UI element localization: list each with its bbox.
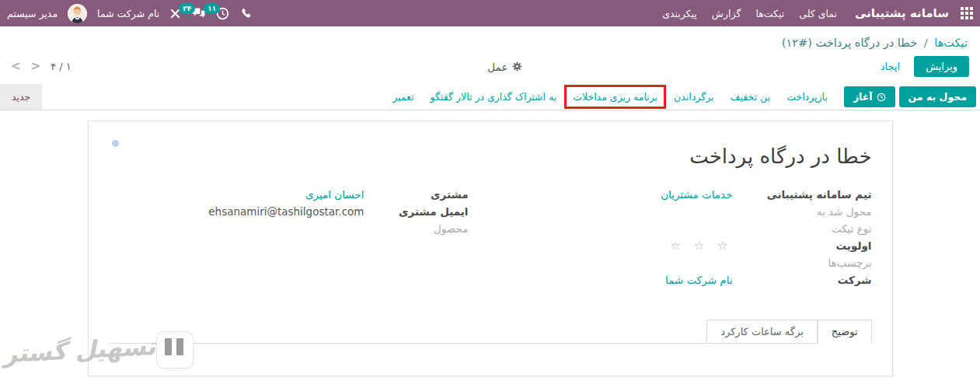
field-groups: تیم سامانه پشتیبانی خدمات مشتریان محول ش… <box>109 188 872 287</box>
team-link[interactable]: خدمات مشتریان <box>661 188 732 201</box>
field-value-team: خدمات مشتریان <box>512 188 733 201</box>
company-switcher[interactable]: نام شرکت شما <box>97 8 159 19</box>
refund-button[interactable]: بازپرداخت <box>786 91 828 103</box>
field-label-assigned-to: محول شد به <box>752 205 872 218</box>
breadcrumb-separator: / <box>924 37 928 49</box>
activity-badge: ۱۱ <box>204 3 220 14</box>
stage-new[interactable]: جدید <box>0 84 42 110</box>
field-label-ticket-type: نوع تیکت <box>752 222 872 236</box>
start-timer-label: آغاز <box>853 91 873 103</box>
pager-next-icon[interactable]: > <box>31 61 41 72</box>
timer-clock-icon <box>877 93 886 102</box>
user-menu[interactable]: مدیر سیستم <box>7 8 58 19</box>
breadcrumb-tickets-link[interactable]: تیکت‌ها <box>934 37 968 49</box>
menu-report[interactable]: گزارش <box>712 8 741 19</box>
field-label-customer: مشتری <box>383 188 469 201</box>
field-label-team: تیم سامانه پشتیبانی <box>752 188 872 201</box>
helpdesk-app: { "colors": { "navbar_bg": "#875a7b", "a… <box>0 0 980 388</box>
statusbar-actions: محول به من آغاز بازپرداخت بن تخفیف برگرد… <box>392 84 980 110</box>
gear-icon <box>511 61 521 72</box>
field-value-ticket-type <box>512 222 733 236</box>
statusbar: محول به من آغاز بازپرداخت بن تخفیف برگرد… <box>0 84 980 110</box>
status-indicator-dot <box>112 140 119 147</box>
plan-intervention-button[interactable]: برنامه ریزی مداخلات <box>573 91 657 103</box>
create-button[interactable]: ایجاد <box>881 61 900 72</box>
pager-previous-icon[interactable]: < <box>11 61 21 72</box>
action-label: عمل <box>487 61 507 73</box>
edit-button[interactable]: ویرایش <box>914 56 969 77</box>
coupon-button[interactable]: بن تخفیف <box>731 91 771 103</box>
watermark-text: تسهیل گستر <box>2 332 156 368</box>
main-menu: نمای کلی تیکت‌ها گزارش پیکربندی <box>662 8 837 19</box>
top-navbar: سامانه پشتیبانی نمای کلی تیکت‌ها گزارش پ… <box>0 0 980 26</box>
menu-overview[interactable]: نمای کلی <box>799 8 837 19</box>
notebook-tabs: توضیح برگه ساعات کارکرد <box>109 320 872 344</box>
field-value-tags <box>512 257 733 270</box>
ticket-title: خطا در درگاه پرداخت <box>109 145 872 168</box>
menu-configuration[interactable]: پیکربندی <box>662 8 697 19</box>
company-link[interactable]: نام شرکت شما <box>665 274 732 286</box>
assign-to-me-button[interactable]: محول به من <box>899 86 976 107</box>
pager: < > ۴ / ۱ <box>11 61 71 72</box>
field-group-right: تیم سامانه پشتیبانی خدمات مشتریان محول ش… <box>512 188 872 287</box>
field-value-product <box>109 222 364 236</box>
messages-badge: ۲۴ <box>179 3 195 14</box>
tashilgostar-watermark: تسهیل گستر <box>3 332 193 368</box>
activity-clock-icon[interactable]: ۱۱ <box>216 7 229 20</box>
return-button[interactable]: برگرداندن <box>674 91 713 103</box>
pager-counter: ۴ / ۱ <box>51 61 71 72</box>
form-sheet: خطا در درگاه پرداخت تیم سامانه پشتیبانی … <box>88 121 893 376</box>
action-menu[interactable]: عمل <box>487 61 521 73</box>
breadcrumb: تیکت‌ها / خطا در درگاه پرداخت (#۱۲) <box>0 26 980 51</box>
field-value-customer: احسان امیری <box>109 188 364 201</box>
plan-intervention-wrap: برنامه ریزی مداخلات <box>573 91 657 103</box>
systray: مدیر سیستم نام شرکت شما ۲۴ ۱۱ <box>7 4 251 23</box>
field-value-company: نام شرکت شما <box>512 274 733 287</box>
navbar-main-group: سامانه پشتیبانی نمای کلی تیکت‌ها گزارش پ… <box>662 6 973 20</box>
phone-icon[interactable] <box>239 8 251 19</box>
repair-button[interactable]: تعمیر <box>392 91 413 103</box>
tab-description[interactable]: توضیح <box>818 320 872 344</box>
field-value-assigned-to <box>512 205 733 218</box>
field-group-left: مشتری احسان امیری ایمیل مشتری ehsanamiri… <box>109 188 469 287</box>
chat-bubble-logo-icon <box>157 332 193 368</box>
start-timer-button[interactable]: آغاز <box>844 86 895 107</box>
field-value-customer-email: ehsanamiri@tashilgostar.com <box>109 205 364 218</box>
statusbar-primary-buttons: محول به من آغاز <box>844 86 976 107</box>
cp-buttons: ویرایش ایجاد <box>881 56 969 77</box>
menu-tickets[interactable]: تیکت‌ها <box>755 8 784 19</box>
apps-menu-icon[interactable] <box>961 7 973 19</box>
user-avatar[interactable] <box>68 4 87 23</box>
field-label-tags: برچسب‌ها <box>752 257 872 270</box>
breadcrumb-current: خطا در درگاه پرداخت (#۱۲) <box>782 37 917 49</box>
field-label-priority: اولویت <box>752 239 872 253</box>
app-title[interactable]: سامانه پشتیبانی <box>855 6 949 20</box>
avatar-image <box>68 4 87 23</box>
share-on-forum-button[interactable]: به اشتراک گذاری در تالار گفتگو <box>431 91 557 103</box>
customer-link[interactable]: احسان امیری <box>305 188 364 201</box>
field-label-product: محصول <box>383 222 469 236</box>
priority-stars[interactable]: ☆ ☆ ☆ <box>512 239 733 253</box>
control-panel: ویرایش ایجاد عمل < > ۴ / ۱ <box>0 51 980 84</box>
field-label-company: شرکت <box>752 274 872 287</box>
field-label-customer-email: ایمیل مشتری <box>383 205 469 218</box>
tab-timesheet[interactable]: برگه ساعات کارکرد <box>706 320 818 343</box>
